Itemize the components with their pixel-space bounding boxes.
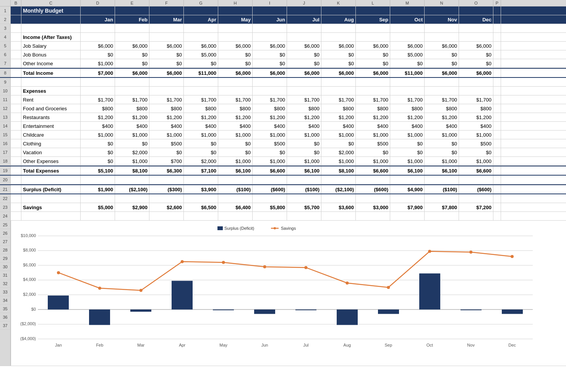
cell-L2-sep: Sep: [356, 15, 390, 24]
x-label-aug: Aug: [344, 343, 351, 347]
other-expenses-label: Other Expenses: [21, 157, 81, 165]
row-7-other-income: 7 Other Income $1,000 $0 $0 $0 $0 $0 $0 …: [0, 59, 566, 68]
row-20: 20: [0, 176, 566, 184]
svg-text:$2,000: $2,000: [23, 292, 36, 297]
row-num-24: 24: [0, 212, 11, 220]
cell-M1: [390, 6, 425, 15]
cell-C1: Monthly Budget: [21, 6, 81, 15]
bar-mar-surplus: [130, 310, 151, 312]
other-income-label: Other Income: [21, 59, 81, 68]
row-16-clothing: 16 Clothing $0 $0 $500 $0 $0 $500 $0 $0 …: [0, 139, 566, 148]
job-salary-label: Job Salary: [21, 42, 81, 50]
row-num-10: 10: [0, 87, 11, 95]
cell-B1: [11, 6, 21, 15]
savings-dot-jun: [263, 265, 266, 268]
cell-J2-jul: Jul: [287, 15, 321, 24]
bar-dec-surplus: [502, 310, 523, 314]
row-num-15: 15: [0, 131, 11, 139]
x-label-feb: Feb: [96, 343, 103, 347]
row-11-rent: 11 Rent $1,700 $1,700 $1,700 $1,700 $1,7…: [0, 95, 566, 104]
row-num-6: 6: [0, 50, 11, 59]
row-18-other-expenses: 18 Other Expenses $0 $1,000 $700 $2,000 …: [0, 157, 566, 166]
row-num-3: 3: [0, 24, 11, 32]
spreadsheet: B C D E F G H I J K L M N O P 1 Monthly …: [0, 0, 566, 366]
row-8-total-income: 8 Total Income $7,000 $6,000 $6,000 $11,…: [0, 68, 566, 78]
savings-dot-may: [222, 261, 225, 264]
cell-H1: [218, 6, 253, 15]
cell-D1: [81, 6, 115, 15]
row-num-8: 8: [0, 69, 11, 77]
cell-P1: [493, 6, 501, 15]
corner-cell: [0, 0, 11, 6]
row-1-title: 1 Monthly Budget: [0, 6, 566, 15]
row-num-7: 7: [0, 59, 11, 68]
x-label-dec: Dec: [508, 343, 516, 347]
col-header-B: B: [11, 0, 21, 6]
cell-E2-feb: Feb: [115, 15, 149, 24]
row-17-vacation: 17 Vacation $0 $2,000 $0 $0 $0 $0 $0 $2,…: [0, 148, 566, 157]
row-3: 3: [0, 24, 566, 33]
surplus-label: Surplus (Deficit): [21, 185, 81, 194]
x-label-may: May: [219, 343, 227, 347]
savings-label: Savings: [21, 203, 81, 211]
row-15-childcare: 15 Childcare $1,000 $1,000 $1,000 $1,000…: [0, 131, 566, 139]
row-14-entertainment: 14 Entertainment $400 $400 $400 $400 $40…: [0, 122, 566, 131]
row-num-2: 2: [0, 15, 11, 24]
savings-dot-oct: [428, 250, 431, 253]
col-header-K: K: [321, 0, 356, 6]
bar-nov-surplus: [461, 310, 482, 310]
bar-oct-surplus: [419, 273, 440, 310]
row-num-11: 11: [0, 95, 11, 104]
savings-dot-nov: [469, 250, 472, 253]
row-num-13: 13: [0, 113, 11, 121]
x-label-sep: Sep: [385, 343, 392, 347]
cell-K1: [321, 6, 356, 15]
col-header-N: N: [425, 0, 459, 6]
x-label-nov: Nov: [467, 343, 475, 347]
row-num-18: 18: [0, 157, 11, 165]
row-num-5: 5: [0, 42, 11, 50]
bar-sep-surplus: [378, 310, 399, 314]
col-header-H: H: [218, 0, 253, 6]
cell-F1: [149, 6, 184, 15]
legend-savings-dot: [274, 227, 276, 229]
col-header-G: G: [184, 0, 218, 6]
restaurants-label: Restaurants: [21, 113, 81, 121]
cell-I1: [253, 6, 287, 15]
row-nums-chart: 25 26 27 28 29 30 31 32 33 34 35 36 37: [0, 221, 11, 366]
legend-surplus-text: Surplus (Deficit): [224, 226, 254, 231]
svg-text:$0: $0: [31, 307, 36, 311]
food-label: Food and Groceries: [21, 104, 81, 113]
cell-O2-dec: Dec: [459, 15, 493, 24]
vacation-label: Vacation: [21, 148, 81, 156]
row-19-total-expenses: 19 Total Expenses $5,100 $8,100 $6,300 $…: [0, 166, 566, 176]
savings-dot-sep: [387, 286, 390, 289]
cell-N2-nov: Nov: [425, 15, 459, 24]
row-num-17: 17: [0, 148, 11, 156]
savings-dot-jan: [57, 271, 60, 274]
row-num-4: 4: [0, 33, 11, 41]
svg-text:$10,000: $10,000: [21, 233, 36, 238]
total-expenses-label: Total Expenses: [21, 166, 81, 175]
cell-B2: [11, 15, 21, 24]
bar-jan-surplus: [48, 295, 69, 310]
budget-chart: $10,000 $8,000 $6,000 $4,000 $2,000 $0 (…: [11, 221, 544, 358]
svg-text:$4,000: $4,000: [23, 277, 36, 282]
row-num-22: 22: [0, 194, 11, 203]
cell-G1: [184, 6, 218, 15]
svg-text:$8,000: $8,000: [23, 248, 36, 252]
row-num-19: 19: [0, 166, 11, 175]
row-num-1: 1: [0, 6, 11, 15]
row-21-surplus: 21 Surplus (Deficit) $1,900 ($2,100) ($3…: [0, 184, 566, 194]
rent-label: Rent: [21, 95, 81, 104]
svg-text:($2,000): ($2,000): [20, 321, 36, 326]
legend-surplus-box: [217, 226, 223, 230]
row-num-16: 16: [0, 139, 11, 148]
row-6-job-bonus: 6 Job Bonus $0 $0 $0 $5,000 $0 $0 $0 $0 …: [0, 50, 566, 59]
col-headers: B C D E F G H I J K L M N O P: [0, 0, 566, 6]
row-4-income-header: 4 Income (After Taxes): [0, 33, 566, 42]
cell-K2-aug: Aug: [321, 15, 356, 24]
bar-aug-surplus: [337, 310, 358, 325]
job-bonus-label: Job Bonus: [21, 50, 81, 59]
col-header-O: O: [459, 0, 493, 6]
